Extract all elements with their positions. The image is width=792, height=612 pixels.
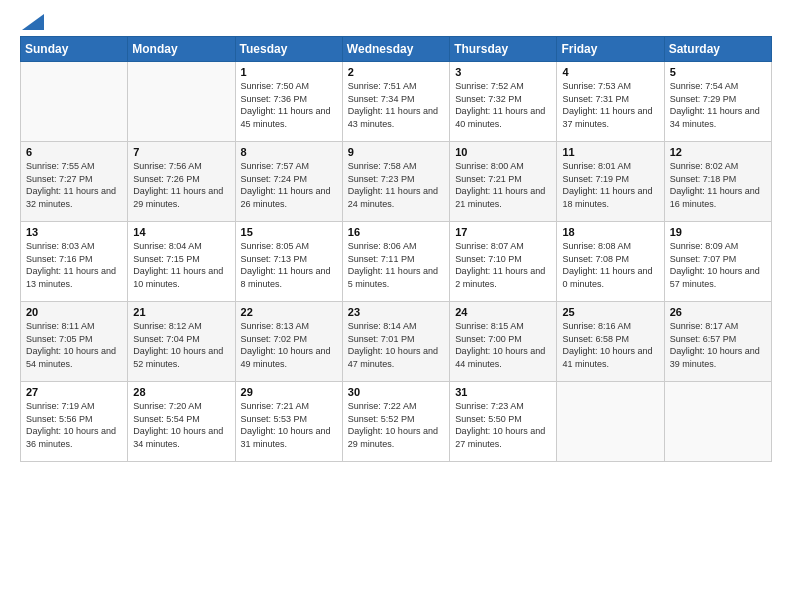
- week-row-1: 1Sunrise: 7:50 AM Sunset: 7:36 PM Daylig…: [21, 62, 772, 142]
- day-cell-3: 3Sunrise: 7:52 AM Sunset: 7:32 PM Daylig…: [450, 62, 557, 142]
- day-info: Sunrise: 8:15 AM Sunset: 7:00 PM Dayligh…: [455, 320, 551, 370]
- day-cell-25: 25Sunrise: 8:16 AM Sunset: 6:58 PM Dayli…: [557, 302, 664, 382]
- day-cell-12: 12Sunrise: 8:02 AM Sunset: 7:18 PM Dayli…: [664, 142, 771, 222]
- day-info: Sunrise: 8:07 AM Sunset: 7:10 PM Dayligh…: [455, 240, 551, 290]
- day-number: 19: [670, 226, 766, 238]
- day-info: Sunrise: 8:09 AM Sunset: 7:07 PM Dayligh…: [670, 240, 766, 290]
- empty-cell: [128, 62, 235, 142]
- day-cell-5: 5Sunrise: 7:54 AM Sunset: 7:29 PM Daylig…: [664, 62, 771, 142]
- day-info: Sunrise: 7:56 AM Sunset: 7:26 PM Dayligh…: [133, 160, 229, 210]
- day-number: 22: [241, 306, 337, 318]
- day-cell-6: 6Sunrise: 7:55 AM Sunset: 7:27 PM Daylig…: [21, 142, 128, 222]
- weekday-header-row: SundayMondayTuesdayWednesdayThursdayFrid…: [21, 37, 772, 62]
- day-cell-28: 28Sunrise: 7:20 AM Sunset: 5:54 PM Dayli…: [128, 382, 235, 462]
- day-number: 17: [455, 226, 551, 238]
- weekday-header-saturday: Saturday: [664, 37, 771, 62]
- day-info: Sunrise: 7:54 AM Sunset: 7:29 PM Dayligh…: [670, 80, 766, 130]
- day-info: Sunrise: 8:16 AM Sunset: 6:58 PM Dayligh…: [562, 320, 658, 370]
- day-info: Sunrise: 7:58 AM Sunset: 7:23 PM Dayligh…: [348, 160, 444, 210]
- day-info: Sunrise: 8:17 AM Sunset: 6:57 PM Dayligh…: [670, 320, 766, 370]
- day-number: 13: [26, 226, 122, 238]
- day-number: 27: [26, 386, 122, 398]
- day-info: Sunrise: 7:22 AM Sunset: 5:52 PM Dayligh…: [348, 400, 444, 450]
- weekday-header-tuesday: Tuesday: [235, 37, 342, 62]
- day-cell-18: 18Sunrise: 8:08 AM Sunset: 7:08 PM Dayli…: [557, 222, 664, 302]
- day-info: Sunrise: 7:57 AM Sunset: 7:24 PM Dayligh…: [241, 160, 337, 210]
- header: [20, 16, 772, 26]
- day-number: 28: [133, 386, 229, 398]
- day-number: 6: [26, 146, 122, 158]
- day-cell-14: 14Sunrise: 8:04 AM Sunset: 7:15 PM Dayli…: [128, 222, 235, 302]
- day-cell-31: 31Sunrise: 7:23 AM Sunset: 5:50 PM Dayli…: [450, 382, 557, 462]
- day-info: Sunrise: 8:02 AM Sunset: 7:18 PM Dayligh…: [670, 160, 766, 210]
- weekday-header-thursday: Thursday: [450, 37, 557, 62]
- day-cell-20: 20Sunrise: 8:11 AM Sunset: 7:05 PM Dayli…: [21, 302, 128, 382]
- day-info: Sunrise: 7:50 AM Sunset: 7:36 PM Dayligh…: [241, 80, 337, 130]
- empty-cell: [664, 382, 771, 462]
- day-cell-26: 26Sunrise: 8:17 AM Sunset: 6:57 PM Dayli…: [664, 302, 771, 382]
- day-number: 11: [562, 146, 658, 158]
- day-info: Sunrise: 8:14 AM Sunset: 7:01 PM Dayligh…: [348, 320, 444, 370]
- day-number: 29: [241, 386, 337, 398]
- day-cell-1: 1Sunrise: 7:50 AM Sunset: 7:36 PM Daylig…: [235, 62, 342, 142]
- day-cell-11: 11Sunrise: 8:01 AM Sunset: 7:19 PM Dayli…: [557, 142, 664, 222]
- day-cell-4: 4Sunrise: 7:53 AM Sunset: 7:31 PM Daylig…: [557, 62, 664, 142]
- day-info: Sunrise: 8:08 AM Sunset: 7:08 PM Dayligh…: [562, 240, 658, 290]
- day-number: 10: [455, 146, 551, 158]
- week-row-5: 27Sunrise: 7:19 AM Sunset: 5:56 PM Dayli…: [21, 382, 772, 462]
- day-info: Sunrise: 7:52 AM Sunset: 7:32 PM Dayligh…: [455, 80, 551, 130]
- day-info: Sunrise: 7:55 AM Sunset: 7:27 PM Dayligh…: [26, 160, 122, 210]
- empty-cell: [557, 382, 664, 462]
- day-info: Sunrise: 7:21 AM Sunset: 5:53 PM Dayligh…: [241, 400, 337, 450]
- page: SundayMondayTuesdayWednesdayThursdayFrid…: [0, 0, 792, 612]
- week-row-2: 6Sunrise: 7:55 AM Sunset: 7:27 PM Daylig…: [21, 142, 772, 222]
- day-number: 9: [348, 146, 444, 158]
- day-cell-21: 21Sunrise: 8:12 AM Sunset: 7:04 PM Dayli…: [128, 302, 235, 382]
- day-cell-30: 30Sunrise: 7:22 AM Sunset: 5:52 PM Dayli…: [342, 382, 449, 462]
- day-number: 4: [562, 66, 658, 78]
- day-number: 21: [133, 306, 229, 318]
- day-number: 2: [348, 66, 444, 78]
- day-cell-29: 29Sunrise: 7:21 AM Sunset: 5:53 PM Dayli…: [235, 382, 342, 462]
- day-info: Sunrise: 8:04 AM Sunset: 7:15 PM Dayligh…: [133, 240, 229, 290]
- day-number: 7: [133, 146, 229, 158]
- day-cell-13: 13Sunrise: 8:03 AM Sunset: 7:16 PM Dayli…: [21, 222, 128, 302]
- day-info: Sunrise: 7:20 AM Sunset: 5:54 PM Dayligh…: [133, 400, 229, 450]
- day-info: Sunrise: 8:12 AM Sunset: 7:04 PM Dayligh…: [133, 320, 229, 370]
- day-number: 18: [562, 226, 658, 238]
- day-info: Sunrise: 8:11 AM Sunset: 7:05 PM Dayligh…: [26, 320, 122, 370]
- week-row-4: 20Sunrise: 8:11 AM Sunset: 7:05 PM Dayli…: [21, 302, 772, 382]
- logo: [20, 16, 44, 26]
- day-cell-15: 15Sunrise: 8:05 AM Sunset: 7:13 PM Dayli…: [235, 222, 342, 302]
- day-cell-10: 10Sunrise: 8:00 AM Sunset: 7:21 PM Dayli…: [450, 142, 557, 222]
- day-cell-27: 27Sunrise: 7:19 AM Sunset: 5:56 PM Dayli…: [21, 382, 128, 462]
- day-info: Sunrise: 8:06 AM Sunset: 7:11 PM Dayligh…: [348, 240, 444, 290]
- day-number: 12: [670, 146, 766, 158]
- day-number: 24: [455, 306, 551, 318]
- svg-marker-0: [22, 14, 44, 30]
- weekday-header-wednesday: Wednesday: [342, 37, 449, 62]
- day-number: 25: [562, 306, 658, 318]
- empty-cell: [21, 62, 128, 142]
- weekday-header-monday: Monday: [128, 37, 235, 62]
- day-cell-24: 24Sunrise: 8:15 AM Sunset: 7:00 PM Dayli…: [450, 302, 557, 382]
- day-number: 20: [26, 306, 122, 318]
- day-info: Sunrise: 8:13 AM Sunset: 7:02 PM Dayligh…: [241, 320, 337, 370]
- day-cell-9: 9Sunrise: 7:58 AM Sunset: 7:23 PM Daylig…: [342, 142, 449, 222]
- week-row-3: 13Sunrise: 8:03 AM Sunset: 7:16 PM Dayli…: [21, 222, 772, 302]
- day-number: 14: [133, 226, 229, 238]
- day-cell-23: 23Sunrise: 8:14 AM Sunset: 7:01 PM Dayli…: [342, 302, 449, 382]
- weekday-header-friday: Friday: [557, 37, 664, 62]
- day-cell-2: 2Sunrise: 7:51 AM Sunset: 7:34 PM Daylig…: [342, 62, 449, 142]
- day-info: Sunrise: 8:05 AM Sunset: 7:13 PM Dayligh…: [241, 240, 337, 290]
- day-cell-17: 17Sunrise: 8:07 AM Sunset: 7:10 PM Dayli…: [450, 222, 557, 302]
- day-cell-19: 19Sunrise: 8:09 AM Sunset: 7:07 PM Dayli…: [664, 222, 771, 302]
- day-number: 3: [455, 66, 551, 78]
- logo-icon: [22, 14, 44, 30]
- day-number: 30: [348, 386, 444, 398]
- day-number: 15: [241, 226, 337, 238]
- day-number: 5: [670, 66, 766, 78]
- calendar-table: SundayMondayTuesdayWednesdayThursdayFrid…: [20, 36, 772, 462]
- day-info: Sunrise: 7:53 AM Sunset: 7:31 PM Dayligh…: [562, 80, 658, 130]
- day-info: Sunrise: 7:19 AM Sunset: 5:56 PM Dayligh…: [26, 400, 122, 450]
